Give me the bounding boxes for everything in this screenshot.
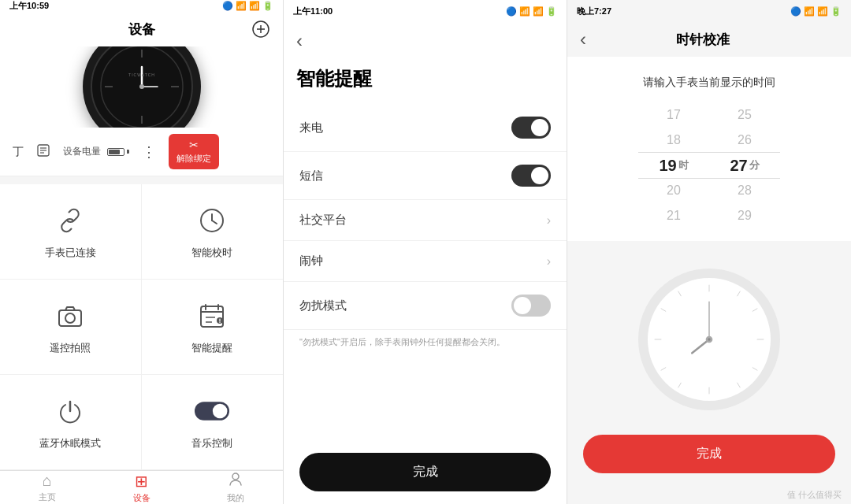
minute-item-selected[interactable]: 27 分: [709, 153, 780, 178]
sms-toggle[interactable]: [511, 165, 551, 187]
smart-remind-label: 智能提醒: [191, 341, 232, 355]
svg-line-18: [212, 220, 217, 224]
toggle-row-sms: 短信: [284, 152, 567, 200]
remote-photo-label: 遥控拍照: [50, 341, 91, 355]
home-icon: ⌂: [43, 472, 52, 490]
clock-dial: [638, 269, 780, 410]
link-icon: [53, 203, 87, 238]
minute-item-3[interactable]: 28: [709, 178, 780, 203]
right-time: 晚上7:27: [577, 6, 611, 17]
right-status-bar: 晚上7:27 🔵 📶 📶 🔋: [567, 0, 851, 22]
add-device-button[interactable]: [251, 20, 270, 39]
device-name: 丁: [13, 145, 24, 159]
toggle-row-incoming: 来电: [284, 104, 567, 152]
toggle-thumb: [531, 167, 548, 184]
svg-line-44: [678, 291, 682, 296]
hour-item-4[interactable]: 21: [638, 203, 709, 228]
grid-item-smart-remind[interactable]: 智能提醒: [142, 280, 284, 375]
hour-unit: 时: [678, 158, 689, 172]
hour-item-0[interactable]: 17: [638, 102, 709, 128]
hour-picker-col[interactable]: 17 18 19 时 20 21: [638, 102, 709, 228]
svg-line-38: [753, 309, 757, 312]
music-toggle-icon: [195, 394, 229, 428]
watermark-text: 值 什么值得买: [787, 490, 842, 499]
left-status-icons: 🔵 📶 📶 🔋: [222, 1, 273, 11]
unbind-icon: ✂: [189, 139, 199, 151]
grid-item-music-ctrl[interactable]: 音乐控制: [142, 375, 284, 470]
music-ctrl-label: 音乐控制: [191, 436, 232, 450]
clock-area: [567, 241, 851, 422]
watch-face: TICWATCH: [83, 46, 201, 128]
grid-item-remote-photo[interactable]: 遥控拍照: [0, 280, 142, 375]
mid-page-title: 智能提醒: [284, 60, 567, 104]
svg-line-39: [753, 368, 757, 371]
selected-minute: 27: [730, 157, 747, 175]
menu-dots[interactable]: ⋮: [142, 143, 156, 161]
hour-item-3[interactable]: 20: [638, 178, 709, 203]
calendar-list-icon: [195, 298, 229, 333]
picker-columns[interactable]: 17 18 19 时 20 21 25 26 27 分 28 29: [567, 102, 851, 228]
complete-button[interactable]: 完成: [299, 453, 551, 491]
right-panel: 晚上7:27 🔵 📶 📶 🔋 ‹ 时针校准 请输入手表当前显示的时间 17 18…: [567, 0, 851, 504]
svg-point-11: [139, 84, 144, 89]
right-page-title: 时针校准: [586, 31, 819, 49]
minute-item-1[interactable]: 26: [709, 128, 780, 153]
watch-face-inner: TICWATCH: [91, 46, 193, 128]
left-title: 设备: [128, 20, 155, 39]
grid-item-connected[interactable]: 手表已连接: [0, 184, 142, 280]
unbind-label: 解除绑定: [177, 153, 211, 165]
nav-mine-label: 我的: [227, 492, 244, 504]
nav-home-label: 主页: [39, 491, 56, 503]
grid-item-bt-sleep[interactable]: 蓝牙休眠模式: [0, 375, 142, 470]
device-action-bar: 丁 设备电量 ⋮ ✂ 解除绑定: [0, 128, 283, 176]
battery-label: 设备电量: [63, 145, 101, 158]
watermark: 值 什么值得买: [567, 486, 851, 504]
svg-point-32: [232, 473, 239, 480]
minute-item-0[interactable]: 25: [709, 102, 780, 128]
nav-item-home[interactable]: ⌂ 主页: [0, 472, 95, 503]
timesync-label: 智能校时: [191, 246, 232, 260]
selected-hour: 19: [659, 157, 676, 175]
minute-item-4[interactable]: 29: [709, 203, 780, 228]
nav-device-label: 设备: [133, 492, 151, 504]
svg-point-48: [708, 338, 710, 340]
bottom-nav: ⌂ 主页 ⊞ 设备 我的: [0, 470, 283, 504]
connected-label: 手表已连接: [45, 246, 96, 260]
arrow-row-social[interactable]: 社交平台 ›: [284, 200, 567, 241]
hour-item-selected[interactable]: 19 时: [638, 153, 709, 178]
grid-menu: 手表已连接 智能校时 遥控拍照: [0, 184, 283, 470]
svg-line-41: [678, 383, 682, 387]
svg-point-20: [65, 313, 75, 323]
right-back-button[interactable]: ‹: [580, 28, 586, 50]
social-label: 社交平台: [299, 213, 347, 228]
alarm-label: 闹钟: [299, 254, 323, 269]
mid-time: 上午11:00: [293, 6, 333, 17]
nav-item-mine[interactable]: 我的: [188, 471, 283, 504]
arrow-row-alarm[interactable]: 闹钟 ›: [284, 241, 567, 282]
battery-icon: [107, 148, 129, 156]
right-complete-button[interactable]: 完成: [583, 435, 835, 473]
left-header: 设备: [0, 13, 283, 46]
clock-icon: [195, 203, 229, 238]
sms-label: 短信: [299, 169, 323, 183]
dnd-note: "勿扰模式"开启后，除手表闹钟外任何提醒都会关闭。: [284, 330, 567, 354]
bt-sleep-label: 蓝牙休眠模式: [39, 436, 101, 450]
grid-item-timesync[interactable]: 智能校时: [142, 184, 284, 280]
unbind-button[interactable]: ✂ 解除绑定: [169, 134, 219, 169]
incoming-call-toggle[interactable]: [511, 117, 551, 139]
svg-rect-21: [201, 306, 223, 327]
nav-item-device[interactable]: ⊞ 设备: [95, 472, 189, 504]
minute-unit: 分: [749, 158, 760, 172]
mid-back-button[interactable]: ‹: [296, 30, 303, 52]
svg-line-43: [661, 309, 666, 312]
chevron-right-icon: ›: [547, 213, 551, 228]
edit-device-icon[interactable]: [36, 143, 50, 161]
camera-icon: [53, 298, 87, 333]
left-status-bar: 上午10:59 🔵 📶 📶 🔋: [0, 0, 283, 13]
chevron-right-icon-2: ›: [547, 254, 551, 269]
dnd-toggle[interactable]: [511, 295, 551, 317]
toggle-thumb-dnd: [514, 297, 531, 314]
toggle-thumb: [531, 119, 548, 136]
hour-item-1[interactable]: 18: [638, 128, 709, 153]
minute-picker-col[interactable]: 25 26 27 分 28 29: [709, 102, 780, 228]
